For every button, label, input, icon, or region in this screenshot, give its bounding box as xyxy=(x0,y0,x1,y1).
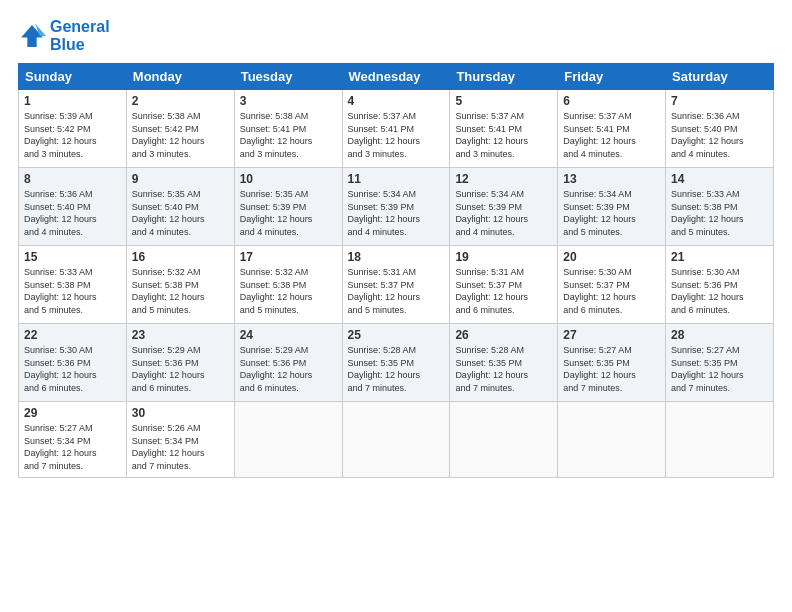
day-number: 18 xyxy=(348,250,445,264)
header-cell-monday: Monday xyxy=(126,64,234,90)
calendar-cell: 19Sunrise: 5:31 AM Sunset: 5:37 PM Dayli… xyxy=(450,246,558,324)
day-number: 27 xyxy=(563,328,660,342)
day-info: Sunrise: 5:32 AM Sunset: 5:38 PM Dayligh… xyxy=(240,266,337,316)
day-number: 5 xyxy=(455,94,552,108)
day-number: 12 xyxy=(455,172,552,186)
day-info: Sunrise: 5:38 AM Sunset: 5:42 PM Dayligh… xyxy=(132,110,229,160)
day-number: 1 xyxy=(24,94,121,108)
day-info: Sunrise: 5:36 AM Sunset: 5:40 PM Dayligh… xyxy=(24,188,121,238)
day-info: Sunrise: 5:35 AM Sunset: 5:40 PM Dayligh… xyxy=(132,188,229,238)
day-info: Sunrise: 5:27 AM Sunset: 5:35 PM Dayligh… xyxy=(563,344,660,394)
day-number: 16 xyxy=(132,250,229,264)
day-info: Sunrise: 5:34 AM Sunset: 5:39 PM Dayligh… xyxy=(455,188,552,238)
header: General Blue xyxy=(18,18,774,53)
day-info: Sunrise: 5:35 AM Sunset: 5:39 PM Dayligh… xyxy=(240,188,337,238)
logo-icon xyxy=(18,22,46,50)
header-cell-thursday: Thursday xyxy=(450,64,558,90)
day-number: 28 xyxy=(671,328,768,342)
day-info: Sunrise: 5:26 AM Sunset: 5:34 PM Dayligh… xyxy=(132,422,229,472)
calendar-cell: 18Sunrise: 5:31 AM Sunset: 5:37 PM Dayli… xyxy=(342,246,450,324)
calendar-header-row: SundayMondayTuesdayWednesdayThursdayFrid… xyxy=(19,64,774,90)
calendar-cell: 17Sunrise: 5:32 AM Sunset: 5:38 PM Dayli… xyxy=(234,246,342,324)
calendar-cell: 27Sunrise: 5:27 AM Sunset: 5:35 PM Dayli… xyxy=(558,324,666,402)
day-info: Sunrise: 5:29 AM Sunset: 5:36 PM Dayligh… xyxy=(132,344,229,394)
day-number: 25 xyxy=(348,328,445,342)
calendar-cell xyxy=(342,402,450,477)
day-info: Sunrise: 5:28 AM Sunset: 5:35 PM Dayligh… xyxy=(348,344,445,394)
calendar-cell: 26Sunrise: 5:28 AM Sunset: 5:35 PM Dayli… xyxy=(450,324,558,402)
calendar-cell: 5Sunrise: 5:37 AM Sunset: 5:41 PM Daylig… xyxy=(450,90,558,168)
calendar-week-1: 1Sunrise: 5:39 AM Sunset: 5:42 PM Daylig… xyxy=(19,90,774,168)
day-number: 14 xyxy=(671,172,768,186)
calendar-cell: 16Sunrise: 5:32 AM Sunset: 5:38 PM Dayli… xyxy=(126,246,234,324)
calendar-cell: 1Sunrise: 5:39 AM Sunset: 5:42 PM Daylig… xyxy=(19,90,127,168)
header-cell-friday: Friday xyxy=(558,64,666,90)
calendar-cell: 10Sunrise: 5:35 AM Sunset: 5:39 PM Dayli… xyxy=(234,168,342,246)
calendar-cell xyxy=(666,402,774,477)
day-number: 20 xyxy=(563,250,660,264)
calendar-cell: 4Sunrise: 5:37 AM Sunset: 5:41 PM Daylig… xyxy=(342,90,450,168)
calendar-cell: 3Sunrise: 5:38 AM Sunset: 5:41 PM Daylig… xyxy=(234,90,342,168)
calendar-cell: 12Sunrise: 5:34 AM Sunset: 5:39 PM Dayli… xyxy=(450,168,558,246)
day-info: Sunrise: 5:33 AM Sunset: 5:38 PM Dayligh… xyxy=(24,266,121,316)
day-number: 10 xyxy=(240,172,337,186)
calendar-cell: 14Sunrise: 5:33 AM Sunset: 5:38 PM Dayli… xyxy=(666,168,774,246)
day-number: 26 xyxy=(455,328,552,342)
calendar-cell: 28Sunrise: 5:27 AM Sunset: 5:35 PM Dayli… xyxy=(666,324,774,402)
day-info: Sunrise: 5:30 AM Sunset: 5:37 PM Dayligh… xyxy=(563,266,660,316)
day-number: 22 xyxy=(24,328,121,342)
calendar-page: General Blue SundayMondayTuesdayWednesda… xyxy=(0,0,792,612)
calendar-cell: 15Sunrise: 5:33 AM Sunset: 5:38 PM Dayli… xyxy=(19,246,127,324)
calendar-cell: 23Sunrise: 5:29 AM Sunset: 5:36 PM Dayli… xyxy=(126,324,234,402)
day-info: Sunrise: 5:27 AM Sunset: 5:34 PM Dayligh… xyxy=(24,422,121,472)
day-info: Sunrise: 5:37 AM Sunset: 5:41 PM Dayligh… xyxy=(563,110,660,160)
calendar-week-3: 15Sunrise: 5:33 AM Sunset: 5:38 PM Dayli… xyxy=(19,246,774,324)
day-number: 4 xyxy=(348,94,445,108)
day-info: Sunrise: 5:37 AM Sunset: 5:41 PM Dayligh… xyxy=(455,110,552,160)
calendar-cell: 24Sunrise: 5:29 AM Sunset: 5:36 PM Dayli… xyxy=(234,324,342,402)
logo: General Blue xyxy=(18,18,110,53)
header-cell-sunday: Sunday xyxy=(19,64,127,90)
header-cell-wednesday: Wednesday xyxy=(342,64,450,90)
day-number: 7 xyxy=(671,94,768,108)
day-number: 9 xyxy=(132,172,229,186)
calendar-cell: 21Sunrise: 5:30 AM Sunset: 5:36 PM Dayli… xyxy=(666,246,774,324)
day-number: 19 xyxy=(455,250,552,264)
calendar-cell: 6Sunrise: 5:37 AM Sunset: 5:41 PM Daylig… xyxy=(558,90,666,168)
calendar-cell xyxy=(558,402,666,477)
day-info: Sunrise: 5:36 AM Sunset: 5:40 PM Dayligh… xyxy=(671,110,768,160)
calendar-cell: 8Sunrise: 5:36 AM Sunset: 5:40 PM Daylig… xyxy=(19,168,127,246)
calendar-cell: 13Sunrise: 5:34 AM Sunset: 5:39 PM Dayli… xyxy=(558,168,666,246)
calendar-cell: 25Sunrise: 5:28 AM Sunset: 5:35 PM Dayli… xyxy=(342,324,450,402)
day-number: 24 xyxy=(240,328,337,342)
day-number: 29 xyxy=(24,406,121,420)
day-info: Sunrise: 5:31 AM Sunset: 5:37 PM Dayligh… xyxy=(455,266,552,316)
calendar-cell xyxy=(450,402,558,477)
svg-marker-0 xyxy=(21,25,43,47)
calendar-cell: 20Sunrise: 5:30 AM Sunset: 5:37 PM Dayli… xyxy=(558,246,666,324)
calendar-cell: 9Sunrise: 5:35 AM Sunset: 5:40 PM Daylig… xyxy=(126,168,234,246)
day-info: Sunrise: 5:34 AM Sunset: 5:39 PM Dayligh… xyxy=(348,188,445,238)
day-number: 2 xyxy=(132,94,229,108)
day-info: Sunrise: 5:37 AM Sunset: 5:41 PM Dayligh… xyxy=(348,110,445,160)
calendar-week-4: 22Sunrise: 5:30 AM Sunset: 5:36 PM Dayli… xyxy=(19,324,774,402)
day-number: 6 xyxy=(563,94,660,108)
day-number: 23 xyxy=(132,328,229,342)
day-info: Sunrise: 5:30 AM Sunset: 5:36 PM Dayligh… xyxy=(24,344,121,394)
calendar-cell xyxy=(234,402,342,477)
day-info: Sunrise: 5:33 AM Sunset: 5:38 PM Dayligh… xyxy=(671,188,768,238)
calendar-cell: 7Sunrise: 5:36 AM Sunset: 5:40 PM Daylig… xyxy=(666,90,774,168)
day-info: Sunrise: 5:39 AM Sunset: 5:42 PM Dayligh… xyxy=(24,110,121,160)
day-number: 15 xyxy=(24,250,121,264)
calendar-table: SundayMondayTuesdayWednesdayThursdayFrid… xyxy=(18,63,774,477)
day-number: 11 xyxy=(348,172,445,186)
calendar-week-2: 8Sunrise: 5:36 AM Sunset: 5:40 PM Daylig… xyxy=(19,168,774,246)
day-info: Sunrise: 5:27 AM Sunset: 5:35 PM Dayligh… xyxy=(671,344,768,394)
day-number: 21 xyxy=(671,250,768,264)
day-info: Sunrise: 5:28 AM Sunset: 5:35 PM Dayligh… xyxy=(455,344,552,394)
logo-text: General Blue xyxy=(50,18,110,53)
day-info: Sunrise: 5:30 AM Sunset: 5:36 PM Dayligh… xyxy=(671,266,768,316)
day-number: 8 xyxy=(24,172,121,186)
calendar-cell: 30Sunrise: 5:26 AM Sunset: 5:34 PM Dayli… xyxy=(126,402,234,477)
day-info: Sunrise: 5:32 AM Sunset: 5:38 PM Dayligh… xyxy=(132,266,229,316)
